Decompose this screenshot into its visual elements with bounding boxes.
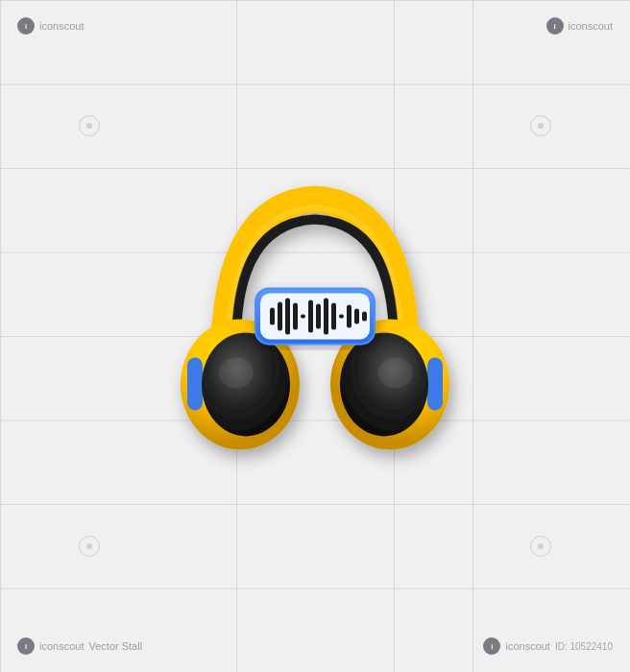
svg-point-7: [378, 357, 413, 388]
svg-rect-10: [270, 307, 275, 324]
circle-watermark-3: [79, 536, 100, 557]
svg-rect-22: [362, 311, 367, 321]
headphones-svg: [133, 146, 497, 511]
brand-name-tl: iconscout: [39, 20, 84, 32]
svg-rect-14: [301, 314, 305, 318]
svg-rect-11: [278, 301, 282, 330]
svg-rect-16: [316, 303, 321, 328]
svg-rect-17: [324, 298, 328, 334]
logo-letter-bl: i: [25, 642, 27, 651]
svg-point-6: [340, 332, 428, 436]
asset-id: ID: 10522410: [555, 641, 613, 652]
brand-name-br: iconscout: [505, 640, 549, 652]
logo-letter: i: [25, 22, 27, 31]
svg-rect-21: [354, 308, 359, 324]
svg-rect-12: [285, 298, 290, 334]
watermark-top-left: i iconscout: [17, 17, 84, 35]
iconscout-logo-br: i: [483, 637, 500, 655]
logo-letter-br: i: [491, 642, 493, 651]
svg-rect-18: [331, 302, 336, 329]
svg-rect-20: [347, 304, 351, 327]
main-illustration: [133, 146, 497, 511]
vector-stall-label: Vector Stall: [88, 640, 142, 652]
logo-letter-tr: i: [553, 22, 555, 31]
watermark-bottom-left: i iconscout Vector Stall: [17, 637, 142, 655]
svg-rect-19: [339, 314, 344, 318]
svg-rect-5: [427, 357, 443, 410]
iconscout-logo-tr: i: [546, 17, 564, 35]
circle-watermark-1: [79, 115, 100, 136]
circle-watermark-4: [530, 536, 551, 557]
brand-name-tr: iconscout: [569, 20, 613, 32]
svg-rect-15: [308, 300, 313, 332]
watermark-bottom-right: i iconscout ID: 10522410: [483, 637, 613, 655]
svg-rect-13: [293, 302, 298, 329]
iconscout-logo-bl: i: [17, 637, 35, 655]
svg-rect-1: [187, 357, 203, 410]
brand-name-bl: iconscout: [39, 640, 84, 652]
svg-rect-9: [260, 293, 370, 339]
circle-watermark-2: [530, 115, 551, 136]
watermark-top-right: i iconscout: [546, 17, 613, 35]
iconscout-logo-tl: i: [17, 17, 35, 35]
svg-point-3: [219, 357, 254, 388]
